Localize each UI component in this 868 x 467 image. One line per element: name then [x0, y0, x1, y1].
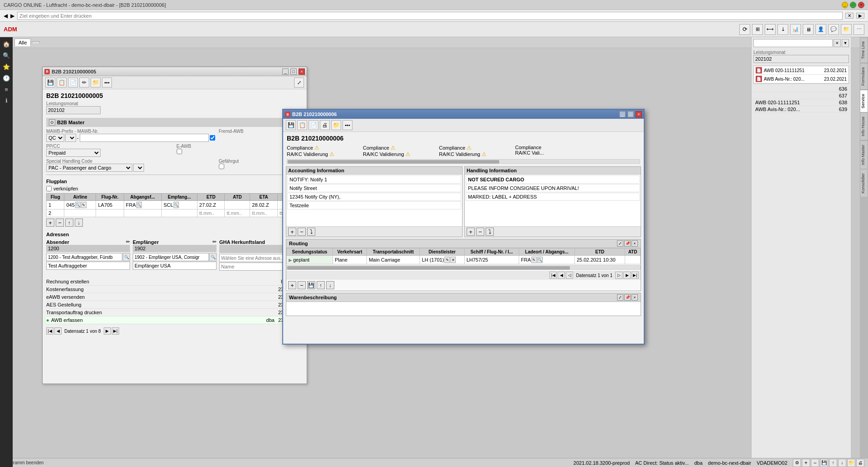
- maximize-btn[interactable]: □: [850, 2, 856, 8]
- routing-nav-last[interactable]: ▶|: [632, 272, 639, 279]
- empfaenger-edit[interactable]: ✏: [212, 239, 217, 245]
- absender-name-input[interactable]: [46, 253, 122, 261]
- routing-save-row[interactable]: 💾: [307, 281, 315, 289]
- toolbar-download[interactable]: ⤓: [777, 24, 788, 35]
- address-clear[interactable]: ✕: [845, 13, 854, 19]
- routing-nav-next2[interactable]: ▷: [615, 272, 622, 279]
- address-go[interactable]: ▶: [856, 13, 864, 19]
- bottom-settings[interactable]: ⚙: [793, 459, 801, 467]
- hand-add-btn[interactable]: +: [467, 228, 475, 236]
- verkn-checkbox[interactable]: [46, 186, 52, 191]
- window2-maximize[interactable]: □: [627, 111, 634, 117]
- flug-up[interactable]: ↑: [65, 219, 73, 227]
- window2-minimize[interactable]: _: [619, 111, 626, 117]
- bottom-minus[interactable]: −: [811, 459, 819, 467]
- airline-edit[interactable]: ✎: [81, 202, 87, 208]
- handling-line-1[interactable]: NOT SECURED CARGO: [466, 175, 640, 184]
- sidebar-icon-clock[interactable]: 🕐: [1, 73, 11, 83]
- toolbar-windows[interactable]: ⊞: [752, 24, 763, 35]
- window1-close[interactable]: ×: [299, 68, 305, 75]
- right-tab-konsol[interactable]: Konsolidier: [860, 169, 868, 198]
- ppcc-select[interactable]: Prepaid: [46, 149, 101, 157]
- doc-row-transport[interactable]: Transportauftrag drucken 23.02.2021: [46, 309, 303, 316]
- routing-close[interactable]: ×: [632, 240, 638, 247]
- close-btn[interactable]: ×: [858, 2, 864, 8]
- window1-minimize[interactable]: _: [282, 68, 289, 75]
- nav-prev[interactable]: ◀: [54, 327, 62, 335]
- hand-remove-btn[interactable]: −: [476, 228, 484, 236]
- flug-add[interactable]: +: [46, 219, 54, 227]
- leistungsmonat-input[interactable]: [46, 106, 101, 114]
- bottom-print[interactable]: 🖨: [856, 459, 864, 467]
- sidebar-icon-layers[interactable]: ≡: [1, 84, 11, 94]
- handling-line-3[interactable]: MARKED: LABEL + ADDRESS: [466, 193, 640, 201]
- ets-input[interactable]: [753, 39, 833, 47]
- routing-add[interactable]: +: [288, 281, 296, 289]
- right-tab-service[interactable]: Service: [860, 90, 868, 112]
- right-tab-timeline[interactable]: Time Line: [860, 37, 868, 63]
- toolbar-chat[interactable]: 💬: [828, 24, 839, 35]
- w2-print-btn[interactable]: 🖨: [320, 120, 330, 130]
- fremd-awb-checkbox[interactable]: [210, 135, 215, 141]
- waren-close[interactable]: ×: [632, 294, 638, 301]
- routing-expand[interactable]: ⤢: [617, 240, 623, 247]
- tab-content[interactable]: [32, 41, 40, 44]
- w1-paste-btn[interactable]: 📄: [68, 78, 78, 88]
- w1-more-btn[interactable]: •••: [102, 78, 112, 88]
- fra-search2[interactable]: 🔍: [537, 257, 543, 263]
- bottom-up[interactable]: ↑: [829, 459, 837, 467]
- routing-row-1[interactable]: ▶ geplant Plane Main Carriage LH (1701): [287, 256, 641, 264]
- waren-expand[interactable]: ⤢: [617, 294, 623, 301]
- bottom-folder[interactable]: 📁: [847, 459, 855, 467]
- routing-down[interactable]: ↓: [326, 281, 334, 289]
- toolbar-layout[interactable]: ⟷: [765, 24, 776, 35]
- right-tab-infomaster[interactable]: Info Master: [860, 141, 868, 169]
- hand-import-btn[interactable]: ⤵: [486, 228, 494, 236]
- ets-dropdown[interactable]: ▼: [842, 39, 849, 47]
- nav-forward[interactable]: ▶: [10, 13, 14, 19]
- nav-last[interactable]: ▶|: [112, 327, 119, 335]
- toolbar-user[interactable]: 👤: [815, 24, 826, 35]
- ets-clear[interactable]: ✕: [834, 39, 841, 47]
- nav-first[interactable]: |◀: [46, 327, 53, 335]
- routing-nav-prev[interactable]: ◀: [558, 272, 565, 279]
- flug-remove[interactable]: −: [56, 219, 64, 227]
- doc-row-kosten[interactable]: Kostenerfassung 23.02.2021: [46, 286, 303, 293]
- w2-more-btn[interactable]: •••: [342, 120, 352, 130]
- w2-folder-btn[interactable]: 📁: [331, 120, 341, 130]
- toolbar-chart[interactable]: 📊: [790, 24, 801, 35]
- accounting-line-2[interactable]: Notify Street: [287, 184, 461, 192]
- w2-copy-btn[interactable]: 📋: [297, 120, 307, 130]
- sidebar-icon-search[interactable]: 🔍: [1, 50, 11, 60]
- empfaenger-name-input[interactable]: [133, 253, 209, 261]
- toolbar-more[interactable]: ⋯: [854, 24, 864, 35]
- empfaenger-search[interactable]: 🔍: [209, 253, 217, 261]
- mawb-number[interactable]: [80, 134, 209, 142]
- lh-edit[interactable]: ✎: [444, 257, 450, 263]
- w1-expand-btn[interactable]: ⤢: [294, 78, 304, 88]
- handling-line-2[interactable]: PLEASE INFORM CONSIGNEE UPON ARRIVAL!: [466, 184, 640, 192]
- fra-edit[interactable]: ✎: [531, 257, 537, 263]
- routing-nav-first[interactable]: |◀: [550, 272, 557, 279]
- doc-row-eawb[interactable]: eAWB versenden 23.02.2021: [46, 293, 303, 301]
- w1-copy-btn[interactable]: 📋: [57, 78, 67, 88]
- fra-search[interactable]: 🔍: [136, 202, 142, 208]
- right-tab-formulare[interactable]: Formulare: [860, 63, 868, 90]
- mawb-sub-select[interactable]: [65, 134, 76, 142]
- w2-save-btn[interactable]: 💾: [286, 120, 296, 130]
- lh-search[interactable]: ✕: [450, 257, 456, 263]
- w1-save-btn[interactable]: 💾: [45, 78, 55, 88]
- right-tab-infohouse[interactable]: Info House: [860, 112, 868, 141]
- shc-select2[interactable]: [133, 164, 144, 172]
- section-expand[interactable]: ⊙: [49, 119, 55, 126]
- sidebar-icon-home[interactable]: 🏠: [1, 39, 11, 49]
- routing-remove[interactable]: −: [298, 281, 306, 289]
- w2-paste-btn[interactable]: 📄: [309, 120, 318, 130]
- rp-leistungsmonat[interactable]: [753, 55, 849, 63]
- bottom-down[interactable]: ↓: [838, 459, 846, 467]
- gefahr-checkbox[interactable]: [219, 164, 224, 169]
- waren-pin[interactable]: 📌: [624, 294, 631, 301]
- mawb-prefix-select[interactable]: QC: [46, 134, 64, 142]
- toolbar-screen[interactable]: 🖥: [803, 24, 814, 35]
- toolbar-folder[interactable]: 📁: [841, 24, 852, 35]
